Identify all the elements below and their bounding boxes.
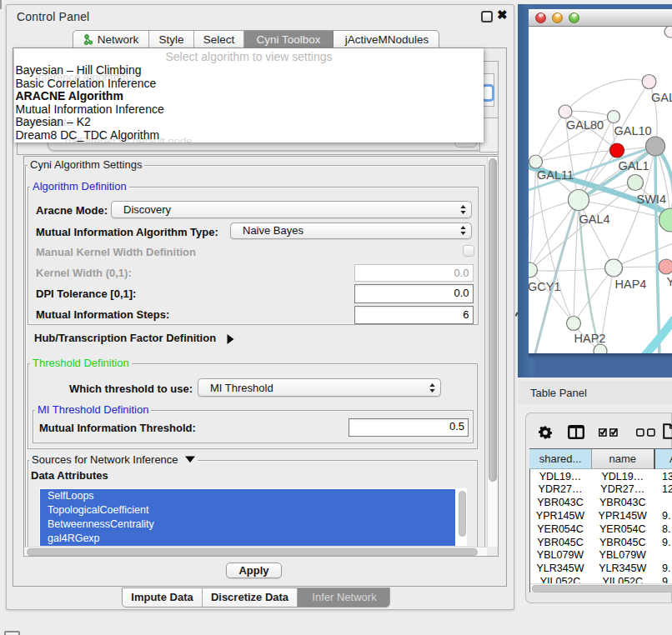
table-cell[interactable]: YLR345W (592, 562, 654, 576)
network-node[interactable] (642, 75, 656, 89)
settings-hscrollbar[interactable] (24, 547, 487, 557)
sources-title[interactable]: Sources for Network Inference (29, 454, 198, 466)
mi-threshold-field[interactable]: 0.5 (349, 418, 469, 437)
algorithm-option[interactable]: Basic Correlation Inference (16, 78, 157, 91)
bottom-tab-discretize-data[interactable]: Discretize Data (203, 588, 298, 608)
mi-type-combo[interactable]: Naive Bayes (230, 222, 472, 240)
network-node[interactable] (559, 105, 572, 118)
tab-network[interactable]: Network (73, 31, 149, 48)
settings-vscrollbar-thumb[interactable] (489, 158, 497, 482)
bottom-tab-impute-data[interactable]: Impute Data (123, 588, 203, 608)
table-cell[interactable]: 9. (655, 562, 672, 576)
table-cell[interactable]: YBR045C (529, 537, 591, 550)
algorithm-option[interactable]: ARACNE Algorithm (16, 90, 123, 103)
table-cell[interactable]: YDR27… (592, 483, 654, 497)
network-edge (574, 268, 614, 324)
table-cell[interactable]: 8. (655, 523, 672, 537)
network-edge (529, 200, 579, 270)
settings-hscrollbar-thumb[interactable] (27, 548, 478, 556)
table-cell[interactable]: 9. (655, 537, 672, 550)
network-node[interactable] (607, 111, 619, 123)
table-panel-header: Table Panel (519, 381, 672, 404)
table-cell[interactable]: YLR345W (529, 562, 591, 576)
attr-list-scrollbar-thumb[interactable] (459, 491, 466, 537)
table-cell[interactable]: YBR043C (592, 497, 654, 510)
table-cell[interactable]: YBL079W (592, 549, 654, 562)
tab-cyni-toolbox[interactable]: Cyni Toolbox (244, 31, 333, 48)
network-node[interactable] (566, 317, 580, 331)
tab-jactivemnodules[interactable]: jActiveMNodules (333, 31, 439, 48)
close-window-icon[interactable]: ✖ (497, 8, 510, 24)
network-edge (529, 268, 614, 272)
tab-style[interactable]: Style (149, 31, 194, 48)
table-cell[interactable]: YDL19… (592, 471, 654, 484)
table-cell[interactable]: YDL19… (529, 471, 591, 484)
table-cell[interactable]: YBL079W (529, 549, 591, 562)
tab-select[interactable]: Select (194, 31, 244, 48)
network-node[interactable] (568, 190, 589, 211)
column-header-a[interactable]: A (655, 449, 672, 469)
network-window-titlebar[interactable] (529, 9, 672, 28)
table-cell[interactable]: YPR145W (592, 510, 654, 523)
table-cell[interactable]: YER054C (592, 523, 654, 537)
minimize-traffic-light-icon[interactable] (552, 12, 563, 23)
network-node[interactable] (609, 143, 624, 158)
attribute-item[interactable]: BetweennessCentrality (40, 518, 455, 532)
network-node[interactable] (645, 137, 664, 156)
network-canvas[interactable]: GAL2GAL80GAL10GAL1GAL11SWI4GAL4GCY1HAP4Y… (529, 27, 672, 353)
algorithm-option[interactable]: Bayesian – Hill Climbing (16, 64, 142, 78)
close-traffic-light-icon[interactable] (535, 12, 546, 23)
checked-pair-icon[interactable] (599, 428, 618, 437)
table-hscrollbar[interactable] (530, 583, 672, 593)
network-node[interactable] (664, 27, 672, 38)
minimized-window-icon[interactable] (4, 631, 20, 635)
columns-icon[interactable] (568, 425, 584, 439)
hub-expand-icon[interactable] (227, 334, 234, 344)
table-cell[interactable]: YBR045C (592, 537, 654, 550)
dpi-field[interactable]: 0.0 (354, 284, 474, 303)
attribute-item[interactable]: SelfLoops (40, 489, 455, 503)
algorithm-option[interactable]: Dream8 DC_TDC Algorithm (16, 129, 160, 142)
network-node[interactable] (659, 259, 672, 274)
network-node-label: GAL80 (566, 118, 604, 132)
network-edge (529, 270, 574, 323)
steps-field[interactable]: 6 (354, 306, 474, 324)
network-node[interactable] (627, 175, 643, 191)
which-threshold-combo[interactable]: MI Threshold (198, 378, 441, 397)
document-icon[interactable] (663, 423, 672, 439)
aracne-mode-combo[interactable]: Discovery (111, 201, 472, 218)
algorithm-option[interactable]: Mutual Information Inference (16, 103, 164, 117)
table-cell[interactable]: YDR27… (529, 483, 591, 497)
kernel-width-field[interactable]: 0.0 (354, 264, 474, 282)
bottom-tab-infer-network[interactable]: Infer Network (298, 588, 390, 608)
table-hscrollbar-thumb[interactable] (532, 585, 672, 592)
network-node[interactable] (604, 259, 622, 277)
sources-collapse-icon[interactable] (185, 456, 195, 462)
column-header-label: shared... (539, 452, 582, 465)
data-attributes-list[interactable]: SelfLoopsTopologicalCoefficientBetweenne… (39, 488, 467, 546)
column-header-shared-[interactable]: shared... (529, 449, 591, 469)
apply-button[interactable]: Apply (226, 562, 282, 579)
tab-label: jActiveMNodules (345, 33, 429, 46)
float-window-icon[interactable] (481, 11, 493, 22)
zoom-traffic-light-icon[interactable] (569, 12, 579, 23)
manual-kernel-checkbox[interactable] (463, 245, 474, 257)
tab-label: Cyni Toolbox (256, 33, 320, 46)
algorithm-option[interactable]: Bayesian – K2 (16, 116, 91, 129)
table-cell[interactable]: YBR043C (529, 497, 591, 510)
column-header-name[interactable]: name (592, 449, 654, 469)
gear-icon[interactable] (539, 426, 552, 439)
network-node-label: GAL4 (579, 212, 609, 226)
unchecked-pair-icon[interactable] (636, 428, 655, 437)
table-cell[interactable]: 9. (655, 510, 672, 523)
table-panel-title: Table Panel (530, 387, 587, 399)
table-cell[interactable]: 13 (655, 471, 672, 484)
network-node[interactable] (594, 344, 607, 353)
table-cell[interactable]: YER054C (529, 523, 591, 537)
attribute-item[interactable]: gal4RGexp (40, 532, 455, 546)
settings-vscrollbar[interactable] (487, 157, 499, 547)
attribute-item[interactable]: TopologicalCoefficient (40, 503, 455, 518)
table-cell[interactable]: 12 (655, 483, 672, 497)
network-node[interactable] (529, 155, 542, 168)
table-cell[interactable]: YPR145W (529, 510, 591, 523)
